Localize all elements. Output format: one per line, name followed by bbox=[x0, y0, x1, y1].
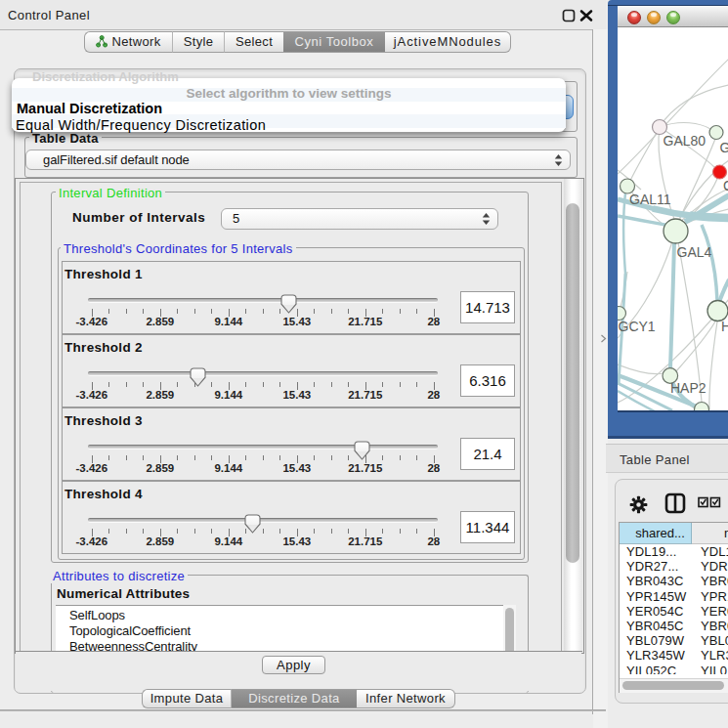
svg-text:C: C bbox=[723, 178, 728, 193]
svg-text:HAP2: HAP2 bbox=[670, 380, 707, 396]
svg-text:G.: G. bbox=[720, 140, 728, 155]
svg-text:GAL11: GAL11 bbox=[629, 192, 671, 207]
svg-text:H: H bbox=[721, 319, 728, 334]
svg-text:GCY1: GCY1 bbox=[619, 319, 656, 334]
svg-text:GAL4: GAL4 bbox=[677, 244, 712, 260]
svg-text:GAL80: GAL80 bbox=[664, 133, 707, 149]
